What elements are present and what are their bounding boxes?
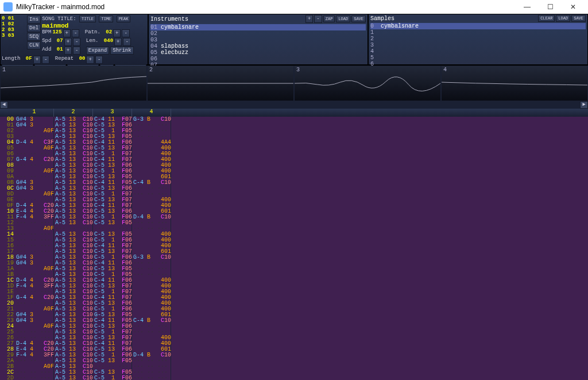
instrument-item[interactable]: 04slapbass: [150, 43, 366, 49]
add-up[interactable]: +: [64, 47, 72, 55]
time-mode-button[interactable]: TIME: [99, 16, 113, 22]
length-up[interactable]: +: [33, 56, 41, 64]
samples-panel: Samples CLEAR LOAD SAVE 0cymbalsnare1234…: [368, 14, 588, 65]
bpm-down[interactable]: -: [72, 29, 79, 37]
ins-button[interactable]: Ins: [27, 16, 41, 24]
pattern-row[interactable]: 2D··· ·· ···A-5 13 C10C-5 1 F06··· ·· ··…: [3, 375, 588, 380]
maximize-button[interactable]: ☐: [539, 0, 562, 14]
title-mode-button[interactable]: TITLE: [79, 16, 96, 22]
scope-4[interactable]: 4: [441, 66, 588, 101]
ins-save[interactable]: SAVE: [351, 16, 366, 22]
app-icon: [3, 2, 13, 11]
smp-save[interactable]: SAVE: [571, 15, 586, 22]
titlebar: MilkyTracker - mainmod.mod — ☐ ✕: [0, 0, 588, 14]
smp-clear[interactable]: CLEAR: [538, 15, 555, 22]
patn-value: 02: [106, 29, 112, 37]
song-title-label: SONG TITLE:: [42, 16, 76, 22]
top-panel: 0 01 1 02 2 03 3 03 Ins Del SEQ CLN SONG…: [0, 14, 588, 66]
close-button[interactable]: ✕: [562, 0, 585, 14]
scope-panel: 1 2 3 4: [0, 66, 588, 101]
scope-hscroll[interactable]: ◄ ►: [0, 101, 588, 109]
scroll-track[interactable]: [8, 101, 580, 109]
len-down[interactable]: -: [123, 38, 130, 46]
scroll-left-icon[interactable]: ◄: [0, 101, 8, 109]
samples-title: Samples: [370, 16, 537, 22]
shrink-button[interactable]: Shrink: [110, 47, 133, 55]
pattern-header: 1 2 3 4: [0, 109, 588, 117]
song-title[interactable]: mainmod: [42, 22, 146, 29]
spd-down[interactable]: -: [73, 38, 80, 46]
add-down[interactable]: -: [73, 47, 80, 55]
scroll-right-icon[interactable]: ►: [580, 101, 588, 109]
seq-button[interactable]: SEQ: [27, 33, 41, 41]
instruments-title: Instruments: [150, 16, 304, 22]
pattern-row[interactable]: 12··· ·· ···A-5 13 C10C-5 13 F05··· ·· ·…: [3, 220, 588, 226]
minimize-button[interactable]: —: [516, 0, 539, 14]
repeat-down[interactable]: -: [95, 56, 103, 64]
ins-load[interactable]: LOAD: [336, 16, 350, 22]
ins-zap[interactable]: ZAP: [323, 16, 335, 22]
peak-mode-button[interactable]: PEAK: [117, 16, 131, 22]
repeat-up[interactable]: +: [86, 56, 94, 64]
sample-item[interactable]: 1: [370, 29, 586, 36]
song-controls: 0 01 1 02 2 03 3 03 Ins Del SEQ CLN SONG…: [0, 14, 148, 65]
instrument-item[interactable]: 03: [150, 37, 366, 43]
order-list[interactable]: 0 01 1 02 2 03 3 03: [2, 16, 26, 55]
len-value: 040: [104, 38, 113, 46]
scope-1[interactable]: 1: [0, 66, 147, 101]
scope-3[interactable]: 3: [294, 66, 441, 101]
smp-load[interactable]: LOAD: [556, 15, 570, 22]
ins-minus[interactable]: -: [314, 15, 322, 23]
spd-up[interactable]: +: [64, 38, 72, 46]
instrument-item[interactable]: 01cymbalsnare: [150, 24, 366, 30]
sample-item[interactable]: 4: [370, 48, 586, 55]
channel-header-1[interactable]: 1: [15, 109, 54, 117]
length-down[interactable]: -: [42, 56, 49, 64]
spd-value: 07: [57, 38, 63, 46]
patn-down[interactable]: -: [122, 29, 129, 37]
del-button[interactable]: Del: [27, 24, 41, 32]
len-up[interactable]: +: [114, 38, 122, 46]
ins-plus[interactable]: +: [305, 15, 313, 23]
sample-item[interactable]: 0cymbalsnare: [370, 23, 586, 29]
cln-button[interactable]: CLN: [27, 41, 41, 49]
expand-button[interactable]: Expand: [86, 47, 109, 55]
instrument-item[interactable]: 05elecbuzz: [150, 49, 366, 56]
pattern-editor[interactable]: 00G#4 3A-5 13 C10C-4 11 F07G-3 B C1001G#…: [0, 117, 588, 380]
bpm-value: 125: [52, 29, 61, 37]
instrument-item[interactable]: 06: [150, 56, 366, 62]
sample-item[interactable]: 3: [370, 42, 586, 48]
channel-header-3[interactable]: 3: [93, 109, 132, 117]
window-title: MilkyTracker - mainmod.mod: [16, 3, 516, 11]
channel-header-4[interactable]: 4: [132, 109, 171, 117]
add-value: 01: [57, 47, 63, 55]
repeat-value: 00: [79, 56, 86, 64]
bpm-up[interactable]: +: [63, 29, 71, 37]
scope-2[interactable]: 2: [147, 66, 294, 101]
length-value: 0F: [26, 56, 32, 64]
sample-item[interactable]: 2: [370, 36, 586, 42]
instrument-item[interactable]: 02: [150, 30, 366, 37]
channel-header-2[interactable]: 2: [54, 109, 93, 117]
sample-item[interactable]: 5: [370, 55, 586, 61]
patn-up[interactable]: +: [113, 29, 121, 37]
instruments-panel: Instruments + - ZAP LOAD SAVE 01cymbalsn…: [148, 14, 368, 65]
